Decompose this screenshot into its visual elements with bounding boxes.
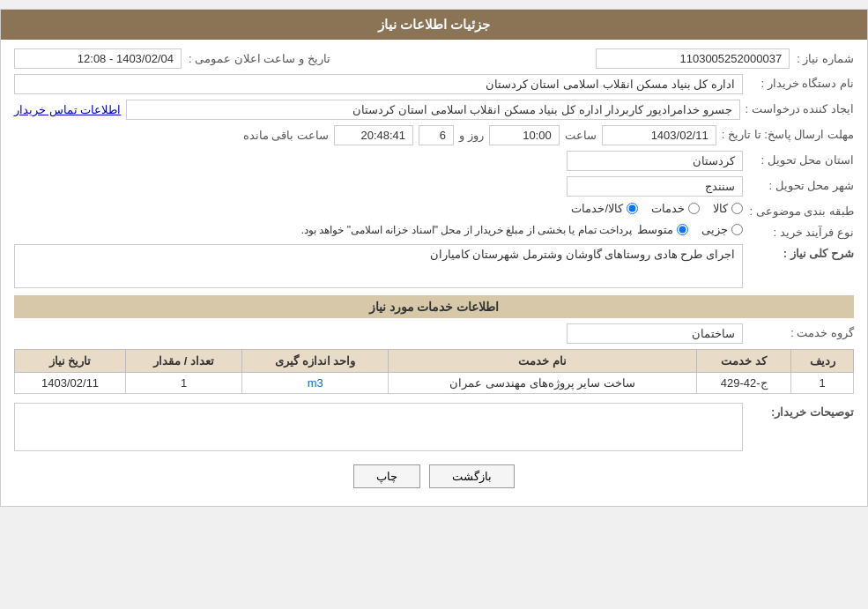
tabaqe-label: طبقه بندی موضوعی : [748, 202, 854, 218]
ijad-row: ایجاد کننده درخواست : جسرو خدامرادیور کا… [14, 100, 854, 120]
farayand-label: نوع فرآیند خرید : [748, 223, 854, 239]
services-table: ردیف کد خدمت نام خدمت واحد اندازه گیری ت… [14, 349, 854, 394]
radio-jozvi-label: جزیی [701, 223, 728, 236]
shomare-group: شماره نیاز : 1103005252000037 [596, 48, 854, 69]
radio-jozvi-item: جزیی [701, 223, 743, 236]
sharh-row: شرح کلی نیاز : اجرای طرح هادی روستاهای گ… [14, 244, 854, 288]
cell-vahed: m3 [242, 373, 389, 394]
tabaqe-row: طبقه بندی موضوعی : کالا خدمات کالا/خدمات [14, 202, 854, 218]
radio-motavaset[interactable] [677, 224, 688, 235]
sharh-value: اجرای طرح هادی روستاهای گاوشان وشترمل شه… [14, 244, 743, 288]
print-button[interactable]: چاپ [353, 464, 420, 488]
grohe-row: گروه خدمت : ساختمان [14, 323, 854, 344]
radio-motavaset-label: متوسط [637, 223, 673, 236]
sharh-label: شرح کلی نیاز : [748, 244, 854, 260]
farayand-fields: جزیی متوسط پرداخت تمام یا بخشی از مبلغ خ… [14, 223, 743, 236]
radio-kala-khadamat-item: کالا/خدمات [571, 202, 638, 215]
cell-nam: ساخت سایر پروژه‌های مهندسی عمران [389, 373, 697, 394]
bottom-buttons: بازگشت چاپ [14, 464, 854, 488]
tabaqe-radio-group: کالا خدمات کالا/خدمات [571, 202, 743, 215]
mohlat-date: 1403/02/11 [602, 125, 716, 145]
cell-tedad: 1 [126, 373, 242, 394]
table-row: 1ج-42-429ساخت سایر پروژه‌های مهندسی عمرا… [15, 373, 854, 394]
cell-radif: 1 [791, 373, 854, 394]
ostan-label: استان محل تحویل : [748, 151, 854, 167]
nam-dastgah-label: نام دستگاه خریدار : [748, 74, 854, 90]
top-info-row: شماره نیاز : 1103005252000037 تاریخ و سا… [14, 48, 854, 69]
radio-kala-item: کالا [713, 202, 743, 215]
saat-label: ساعت [565, 129, 597, 142]
mohlat-fields: 1403/02/11 ساعت 10:00 روز و 6 20:48:41 س… [14, 125, 716, 145]
radio-khadamat[interactable] [688, 203, 700, 214]
shahr-row: شهر محل تحویل : سنندج [14, 176, 854, 197]
farayand-radio-group: جزیی متوسط [637, 223, 743, 236]
tosih-label: توصیحات خریدار: [748, 403, 854, 419]
radio-kala-label: کالا [713, 202, 728, 215]
col-kod: کد خدمت [696, 350, 790, 373]
remaining-value: 20:48:41 [334, 125, 413, 145]
khadamat-header: اطلاعات خدمات مورد نیاز [14, 295, 854, 318]
ijad-label: ایجاد کننده درخواست : [746, 100, 854, 115]
farayand-row: نوع فرآیند خرید : جزیی متوسط پرداخت تمام… [14, 223, 854, 239]
col-nam: نام خدمت [389, 350, 697, 373]
grohe-value: ساختمان [567, 323, 743, 344]
mohlat-row: مهلت ارسال پاسخ: تا تاریخ : 1403/02/11 س… [14, 125, 854, 145]
ostan-row: استان محل تحویل : کردستان [14, 151, 854, 171]
page-title: جزئیات اطلاعات نیاز [1, 10, 867, 40]
nam-dastgah-row: نام دستگاه خریدار : اداره کل بنیاد مسکن … [14, 74, 854, 94]
roz-label: روز و [459, 129, 484, 142]
remaining-label: ساعت باقی مانده [243, 129, 329, 142]
ijad-fields: جسرو خدامرادیور کاربردار اداره کل بنیاد … [14, 100, 740, 120]
tarikh-elan-value: 1403/02/04 - 12:08 [14, 48, 182, 69]
mohlat-label: مهلت ارسال پاسخ: تا تاریخ : [722, 125, 854, 141]
title-text: جزئیات اطلاعات نیاز [378, 17, 490, 32]
farayand-text: پرداخت تمام یا بخشی از مبلغ خریدار از مح… [301, 224, 632, 236]
col-tarikh: تاریخ نیاز [15, 350, 126, 373]
col-radif: ردیف [791, 350, 854, 373]
shomare-label: شماره نیاز : [797, 52, 854, 65]
mohlat-saat: 10:00 [489, 125, 560, 145]
radio-kala[interactable] [731, 203, 743, 214]
radio-kala-khadamat[interactable] [627, 203, 638, 214]
ettelaat-tamas-link[interactable]: اطلاعات تماس خریدار [14, 103, 121, 116]
tarikh-label: تاریخ و ساعت اعلان عمومی : [189, 52, 330, 65]
radio-khadamat-item: خدمات [651, 202, 700, 215]
radio-khadamat-label: خدمات [651, 202, 685, 215]
table-header-row: ردیف کد خدمت نام خدمت واحد اندازه گیری ت… [15, 350, 854, 373]
radio-jozvi[interactable] [731, 224, 743, 235]
shomare-value: 1103005252000037 [596, 48, 790, 69]
mohlat-roz: 6 [419, 125, 454, 145]
tosih-row: توصیحات خریدار: [14, 403, 854, 451]
content-area: شماره نیاز : 1103005252000037 تاریخ و سا… [1, 40, 867, 506]
nam-dastgah-value: اداره کل بنیاد مسکن انقلاب اسلامی استان … [14, 74, 743, 94]
grohe-label: گروه خدمت : [748, 323, 854, 339]
page-container: جزئیات اطلاعات نیاز شماره نیاز : 1103005… [0, 9, 868, 507]
col-tedad: تعداد / مقدار [126, 350, 242, 373]
radio-kala-khadamat-label: کالا/خدمات [571, 202, 623, 215]
col-vahed: واحد اندازه گیری [242, 350, 389, 373]
radio-motavaset-item: متوسط [637, 223, 688, 236]
cell-kod: ج-42-429 [696, 373, 790, 394]
ijad-value: جسرو خدامرادیور کاربردار اداره کل بنیاد … [126, 100, 739, 120]
shahr-value: سنندج [567, 176, 743, 197]
cell-tarikh: 1403/02/11 [15, 373, 126, 394]
tosih-textarea[interactable] [14, 403, 743, 451]
tarikh-group: تاریخ و ساعت اعلان عمومی : 1403/02/04 - … [14, 48, 330, 69]
shahr-label: شهر محل تحویل : [748, 176, 854, 192]
back-button[interactable]: بازگشت [429, 464, 515, 488]
ostan-value: کردستان [567, 151, 743, 171]
